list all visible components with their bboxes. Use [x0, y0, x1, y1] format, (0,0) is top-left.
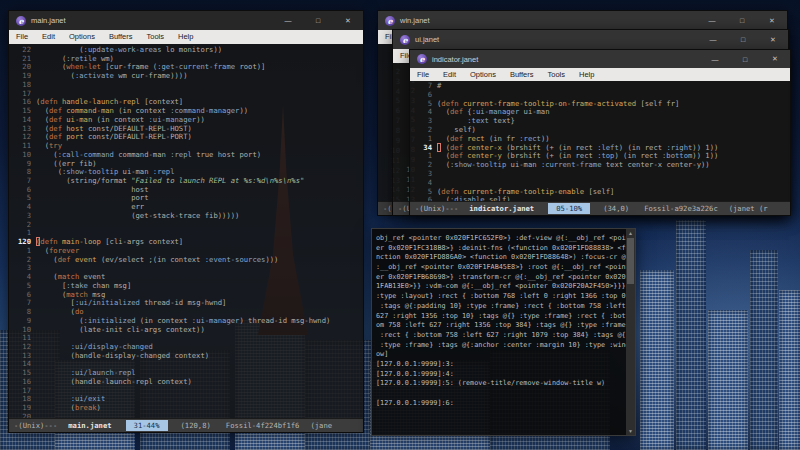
menu-item-options[interactable]: Options — [463, 68, 503, 82]
code-line[interactable]: 7# — [410, 82, 790, 91]
modeline-buffer-name: main.janet — [68, 421, 111, 430]
maximize-button[interactable]: □ — [728, 30, 758, 49]
scroll-down-icon[interactable]: ▼ — [628, 427, 633, 435]
building — [676, 220, 706, 450]
minimize-button[interactable]: — — [273, 11, 303, 30]
window-title: main.janet — [31, 16, 66, 25]
window-title: indicator.janet — [432, 55, 478, 64]
close-button[interactable]: ✕ — [333, 11, 363, 30]
code-line[interactable]: 2 (def event (ev/select ;(in context :ev… — [9, 256, 363, 265]
code-line[interactable]: 2 — [9, 221, 363, 230]
terminal-line: :type :layout} :rect { :bottom 768 :left… — [376, 292, 623, 302]
close-button[interactable]: ✕ — [758, 30, 788, 49]
emacs-icon: e — [417, 54, 427, 64]
line-number: 120 — [9, 238, 36, 247]
window-title: ui.janet — [415, 35, 439, 44]
code-line[interactable]: 20 — [9, 413, 363, 418]
menu-item-options[interactable]: Options — [62, 30, 102, 44]
titlebar[interactable]: e main.janet —□✕ — [9, 11, 363, 30]
line-number: 2 — [410, 161, 437, 170]
terminal-line: 1FAB13E0>}} :vdm-com @{:__obj_ref <point… — [376, 282, 623, 292]
modeline-major-mode: (jane — [310, 421, 332, 430]
line-number: 4 — [9, 203, 36, 212]
minimize-button[interactable]: — — [697, 11, 727, 30]
modeline: -(Unix)--- indicator.janet 05-10% (34,0)… — [410, 201, 790, 215]
terminal-line: [127.0.0.1:9999]:6: — [376, 399, 623, 409]
modeline-scroll-indicator: 05-10% — [548, 203, 590, 214]
menu-item-buffers[interactable]: Buffers — [503, 68, 541, 82]
code-line[interactable]: 6 (:disable self) — [410, 196, 790, 201]
modeline-vcs-revision: Fossil-4f224bf1f6 — [226, 421, 300, 430]
terminal-line: 627 :right 1356 :top 10} :tags @{} :type… — [376, 312, 623, 322]
line-number: 3 — [9, 264, 36, 273]
line-number: 4 — [410, 108, 437, 117]
menu-item-help[interactable]: Help — [572, 68, 601, 82]
code-line[interactable]: 12 (def port const/DEFAULT-REPL-PORT) — [9, 133, 363, 142]
line-number: 2 — [410, 126, 437, 135]
terminal-scrollbar[interactable]: ▲ ▼ — [626, 229, 635, 435]
close-button[interactable]: ✕ — [757, 11, 787, 30]
scroll-up-icon[interactable]: ▲ — [628, 229, 633, 237]
buffer-content[interactable]: 22 (:update-work-areas lo monitors))21 (… — [9, 44, 363, 418]
terminal-line: :tags @{:padding 10} :type :frame} :rect… — [376, 302, 623, 312]
terminal-output[interactable]: obj_ref <pointer 0x020F1FC652F0>} :def-v… — [376, 234, 623, 431]
line-number: 1 — [410, 152, 437, 161]
building — [750, 250, 778, 450]
terminal-line: :__obj_ref <pointer 0x020F1FAB45E8>} :ro… — [376, 263, 623, 273]
menu-item-file[interactable]: File — [9, 30, 35, 44]
terminal-line: nction 0x020F1FD886A0> <function 0x020F1… — [376, 253, 623, 263]
line-number: 5 — [9, 282, 36, 291]
menu-item-edit[interactable]: Edit — [35, 30, 62, 44]
emacs-icon: e — [400, 35, 410, 45]
modeline: -(Unix)--- main.janet 31-44% (120,8) Fos… — [9, 418, 363, 432]
menu-item-file[interactable]: File — [410, 68, 436, 82]
menu-item-buffers[interactable]: Buffers — [102, 30, 140, 44]
menubar: FileEditOptionsBuffersToolsHelp — [9, 30, 363, 44]
code-line[interactable]: 19 (break) — [9, 404, 363, 413]
terminal-line: [127.0.0.1:9999]:3: — [376, 360, 623, 370]
code-line[interactable]: 19 (:activate wm cur-frame)))) — [9, 72, 363, 81]
window-indicator-janet: e indicator.janet —□✕ FileEditOptionsBuf… — [409, 49, 791, 216]
terminal-line: er 0x020F1FC318B8>} :deinit-fns (<functi… — [376, 244, 623, 254]
window-title: win.janet — [400, 16, 430, 25]
line-number: 6 — [9, 186, 36, 195]
terminal-line — [376, 389, 623, 399]
line-number: 8 — [9, 168, 36, 177]
terminal-line: obj_ref <pointer 0x020F1FC652F0>} :def-v… — [376, 234, 623, 244]
titlebar[interactable]: e ui.janet —□✕ — [393, 30, 788, 49]
maximize-button[interactable]: □ — [727, 11, 757, 30]
menu-item-edit[interactable]: Edit — [436, 68, 463, 82]
code-line[interactable]: 2 (:show-tooltip ui-man :current-frame t… — [410, 161, 790, 170]
code-line[interactable]: 3 — [410, 170, 790, 179]
line-number: 6 — [9, 291, 36, 300]
line-number: 6 — [410, 91, 437, 100]
menu-item-tools[interactable]: Tools — [140, 30, 172, 44]
code-line[interactable]: 10 (late-init cli-args context)) — [9, 326, 363, 335]
scrollbar-thumb[interactable] — [627, 238, 634, 284]
minimize-button[interactable]: — — [700, 50, 730, 68]
code-line[interactable]: 3 (get-stack-trace fib))))) — [9, 212, 363, 221]
titlebar[interactable]: e indicator.janet —□✕ — [410, 50, 790, 68]
menu-item-help[interactable]: Help — [171, 30, 200, 44]
line-number: 7 — [9, 177, 36, 186]
maximize-button[interactable]: □ — [730, 50, 760, 68]
minimize-button[interactable]: — — [698, 30, 728, 49]
code-line[interactable]: 18 — [9, 81, 363, 90]
menu-item-tools[interactable]: Tools — [541, 68, 573, 82]
modeline-cursor-position: (120,8) — [181, 421, 211, 430]
terminal-line: [127.0.0.1:9999]:4: — [376, 370, 623, 380]
code-line[interactable]: 13 (handle-display-changed context) — [9, 352, 363, 361]
terminal-window[interactable]: obj_ref <pointer 0x020F1FC652F0>} :def-v… — [371, 228, 636, 436]
line-number: 5 — [9, 194, 36, 203]
line-number: 3 — [410, 170, 437, 179]
emacs-icon: e — [385, 16, 395, 26]
titlebar[interactable]: e win.janet —□✕ — [378, 11, 787, 30]
window-main-janet: e main.janet —□✕ FileEditOptionsBuffersT… — [8, 10, 364, 433]
code-line[interactable]: 16 (handle-launch-repl context) — [9, 378, 363, 387]
terminal-line: er 0x020F1FB68698>} :transform-cr @{:__o… — [376, 273, 623, 283]
close-button[interactable]: ✕ — [760, 50, 790, 68]
buffer-content[interactable]: 7#65(defn current-frame-tooltip-on-frame… — [410, 81, 790, 201]
terminal-line: :type :frame} :tags @{:anchor :center :m… — [376, 341, 623, 351]
modeline-cursor-position: (34,0) — [603, 204, 629, 213]
maximize-button[interactable]: □ — [303, 11, 333, 30]
